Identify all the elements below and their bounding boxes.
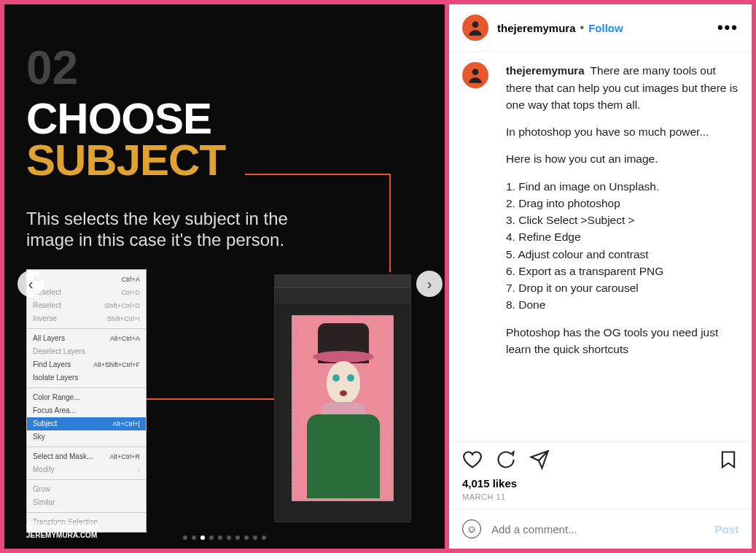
photoshop-select-menu: AllCtrl+ADeselectCtrl+DReselectShift+Ctr… <box>26 269 147 533</box>
share-button[interactable] <box>529 449 550 473</box>
menu-item[interactable]: All LayersAlt+Ctrl+A <box>27 332 146 345</box>
post-header: thejeremymura • Follow ••• <box>449 4 752 52</box>
carousel-prev-button[interactable]: ‹ <box>17 271 44 297</box>
carousel-dot[interactable] <box>235 535 240 540</box>
menu-item[interactable]: SubjectAlt+Ctrl+[ <box>27 417 146 430</box>
post-panel: thejeremymura • Follow ••• thejeremymura… <box>449 4 752 549</box>
photoshop-window <box>274 274 411 522</box>
more-options-button[interactable]: ••• <box>717 18 739 37</box>
like-button[interactable] <box>462 449 483 473</box>
comment-input[interactable] <box>491 523 704 535</box>
menu-item[interactable]: AllCtrl+A <box>27 273 146 286</box>
comment-box: ☺ Post <box>449 508 752 549</box>
action-bar <box>449 441 752 476</box>
likes-count[interactable]: 4,015 likes <box>449 476 752 491</box>
carousel-dot[interactable] <box>262 535 266 540</box>
carousel-dot[interactable] <box>209 535 214 540</box>
username[interactable]: thejeremymura <box>506 64 585 77</box>
post-caption: thejeremymura There are many tools out t… <box>449 52 752 441</box>
carousel-dot[interactable] <box>218 535 222 540</box>
menu-item[interactable]: Find LayersAlt+Shift+Ctrl+F <box>27 358 146 371</box>
caption-steps: 1. Find an image on Unsplash.2. Drag int… <box>506 178 739 314</box>
photoshop-canvas <box>292 315 394 501</box>
carousel-dot[interactable] <box>244 535 249 540</box>
menu-item[interactable]: Sky <box>27 430 146 444</box>
menu-item[interactable]: ReselectShift+Ctrl+D <box>27 299 146 312</box>
connector-line <box>245 174 391 272</box>
carousel-dot[interactable] <box>183 535 187 540</box>
username[interactable]: thejeremymura <box>497 22 576 34</box>
menu-item[interactable]: Color Range... <box>27 391 146 404</box>
carousel-dots[interactable] <box>183 535 266 540</box>
menu-item[interactable]: Focus Area... <box>27 404 146 417</box>
svg-point-0 <box>472 21 479 28</box>
connector-line <box>147 398 274 400</box>
carousel-dot[interactable] <box>227 535 231 540</box>
avatar[interactable] <box>462 15 488 41</box>
post-date: MARCH 11 <box>449 491 752 508</box>
avatar[interactable] <box>462 62 488 88</box>
post-comment-button[interactable]: Post <box>714 523 739 535</box>
svg-point-1 <box>472 69 479 75</box>
menu-item[interactable]: Grow <box>27 483 146 496</box>
menu-item[interactable]: Deselect Layers <box>27 345 146 358</box>
slide-number: 02 <box>26 41 78 95</box>
carousel-dot[interactable] <box>253 535 257 540</box>
follow-button[interactable]: Follow <box>588 22 623 34</box>
carousel-dot[interactable] <box>200 535 205 540</box>
bookmark-button[interactable] <box>718 449 739 473</box>
menu-item[interactable]: DeselectCtrl+D <box>27 286 146 299</box>
comment-button[interactable] <box>496 449 516 473</box>
carousel-next-button[interactable]: › <box>416 271 443 297</box>
menu-item[interactable]: InverseShift+Ctrl+I <box>27 312 146 325</box>
carousel-dot[interactable] <box>192 535 196 540</box>
emoji-icon[interactable]: ☺ <box>462 519 481 538</box>
menu-item[interactable]: Similar <box>27 496 146 509</box>
slide-title: CHOOSE SUBJECT <box>26 98 225 181</box>
carousel-slide: 02 CHOOSE SUBJECT This selects the key s… <box>4 4 449 549</box>
slide-handle: @THEJEREMYMURAJEREMYMURA.COM <box>26 521 100 540</box>
menu-item[interactable]: Select and Mask...Alt+Ctrl+R <box>27 450 146 463</box>
menu-item[interactable]: Isolate Layers <box>27 371 146 384</box>
menu-item[interactable]: Modify› <box>27 463 146 476</box>
